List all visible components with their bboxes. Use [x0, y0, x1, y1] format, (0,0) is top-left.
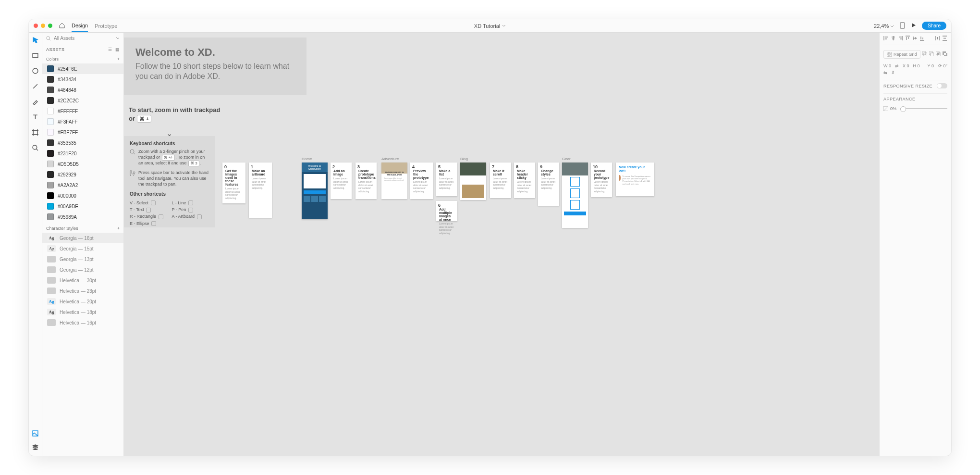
- layers-panel-icon[interactable]: [32, 443, 38, 452]
- flip-v-icon[interactable]: ⥯: [891, 70, 895, 75]
- artboard-label-adventure[interactable]: Adventure: [381, 157, 399, 161]
- artboard[interactable]: 0Get the images used in these featuresLo…: [222, 162, 245, 203]
- distribute-h-icon[interactable]: [935, 36, 940, 42]
- close-icon[interactable]: [34, 24, 38, 28]
- distribute-v-icon[interactable]: [942, 36, 947, 42]
- align-right-icon[interactable]: [898, 36, 903, 42]
- add-icon[interactable]: +: [117, 57, 120, 62]
- artboard[interactable]: 3Create prototype transitionsLorem ipsum…: [355, 162, 377, 199]
- char-style-row[interactable]: AgHelvetica — 18pt: [42, 307, 123, 317]
- canvas[interactable]: Welcome to XD. Follow the 10 short steps…: [124, 33, 879, 456]
- color-swatch-row[interactable]: #F3FAFF: [42, 116, 123, 127]
- color-swatch: [47, 97, 54, 104]
- color-swatch-row[interactable]: #254F6E: [42, 63, 123, 74]
- artboard-label-blog[interactable]: Blog: [460, 157, 468, 161]
- artboard-tool-icon[interactable]: [32, 129, 38, 138]
- color-swatch-row[interactable]: #A2A2A2: [42, 180, 123, 190]
- color-swatch-row[interactable]: #000000: [42, 190, 123, 201]
- char-style-row[interactable]: AgGeorgia — 16pt: [42, 233, 123, 243]
- color-swatch: [47, 87, 54, 93]
- color-swatch-row[interactable]: #292929: [42, 169, 123, 180]
- char-style-row[interactable]: AgHelvetica — 16pt: [42, 317, 123, 328]
- assets-panel-icon[interactable]: [32, 430, 38, 438]
- document-title[interactable]: XD Tutorial: [474, 23, 506, 29]
- char-style-row[interactable]: AgGeorgia — 13pt: [42, 254, 123, 264]
- align-vcenter-icon[interactable]: [912, 36, 918, 42]
- flip-h-icon[interactable]: ⇋: [883, 70, 887, 75]
- boolean-subtract-icon[interactable]: [929, 51, 934, 57]
- artboard[interactable]: 10Record your prototypeLorem ipsum dolor…: [591, 162, 612, 197]
- artboard[interactable]: 4Preview the prototypeLorem ipsum dolor …: [410, 162, 433, 199]
- pen-tool-icon[interactable]: [32, 98, 38, 107]
- search-placeholder: All Assets: [54, 36, 74, 41]
- add-icon[interactable]: +: [117, 226, 120, 231]
- artboard[interactable]: 1Make an artboardLorem ipsum dolor sit a…: [249, 162, 272, 218]
- align-hcenter-icon[interactable]: [891, 36, 896, 42]
- svg-point-6: [47, 36, 50, 39]
- assets-panel: All Assets ASSETS ☰ ▦ Colors + #254F6E#3…: [42, 33, 124, 456]
- text-tool-icon[interactable]: [32, 113, 38, 122]
- zoom-level[interactable]: 22,4%: [874, 23, 894, 29]
- repeat-grid-button[interactable]: Repeat Grid: [883, 50, 920, 59]
- artboard[interactable]: 7Make it scrollLorem ipsum dolor sit ame…: [490, 162, 511, 198]
- char-style-row[interactable]: AgHelvetica — 20pt: [42, 296, 123, 307]
- play-icon[interactable]: [911, 23, 916, 29]
- minimize-icon[interactable]: [41, 24, 45, 28]
- share-button[interactable]: Share: [922, 22, 946, 30]
- color-swatch-row[interactable]: #484848: [42, 85, 123, 95]
- list-view-icon[interactable]: ☰: [108, 47, 112, 52]
- artboard[interactable]: 2Add an imageLorem ipsum dolor sit amet …: [331, 162, 352, 199]
- device-preview-icon[interactable]: [900, 22, 905, 30]
- color-swatch-row[interactable]: #353535: [42, 138, 123, 148]
- color-swatch-row[interactable]: #FFFFFF: [42, 106, 123, 116]
- tab-design[interactable]: Design: [72, 20, 88, 32]
- boolean-intersect-icon[interactable]: [936, 51, 941, 57]
- artboard[interactable]: 5Make a listLorem ipsum dolor sit amet c…: [436, 162, 457, 196]
- artboard[interactable]: Welcome to Campvibes!: [302, 162, 328, 219]
- tab-prototype[interactable]: Prototype: [95, 20, 117, 32]
- assets-search[interactable]: All Assets: [42, 33, 123, 44]
- color-swatch-row[interactable]: #343434: [42, 74, 123, 85]
- char-style-row[interactable]: AgHelvetica — 30pt: [42, 275, 123, 286]
- maximize-icon[interactable]: [48, 24, 52, 28]
- rectangle-tool-icon[interactable]: [32, 52, 38, 61]
- home-icon[interactable]: [59, 23, 65, 29]
- color-swatch-row[interactable]: #FBF7FF: [42, 127, 123, 138]
- responsive-toggle[interactable]: [937, 83, 947, 88]
- color-swatch: [47, 118, 54, 125]
- opacity-slider[interactable]: [900, 108, 947, 109]
- artboard-label-home[interactable]: Home: [302, 157, 312, 161]
- boolean-exclude-icon[interactable]: [943, 51, 947, 57]
- color-swatch-row[interactable]: #95989A: [42, 212, 123, 222]
- color-swatch-row[interactable]: #2C2C2C: [42, 95, 123, 106]
- char-style-thumb: Ag: [47, 277, 56, 284]
- color-swatch-row[interactable]: #D5D5D5: [42, 159, 123, 169]
- char-style-label: Helvetica — 20pt: [60, 299, 96, 304]
- window-controls[interactable]: [34, 24, 52, 28]
- color-swatch-row[interactable]: #231F20: [42, 148, 123, 159]
- char-style-row[interactable]: AgGeorgia — 12pt: [42, 264, 123, 275]
- tool-rail: [29, 33, 42, 456]
- align-top-icon[interactable]: [905, 36, 910, 42]
- artboard-label-gear[interactable]: Gear: [562, 157, 571, 161]
- artboard[interactable]: Now create your ownTo create this Campvi…: [616, 162, 654, 196]
- color-label: #254F6E: [58, 66, 77, 72]
- artboard[interactable]: 9Change stylesLorem ipsum dolor sit amet…: [538, 162, 559, 206]
- char-style-row[interactable]: AgGeorgia — 15pt: [42, 243, 123, 254]
- artboard[interactable]: [460, 162, 486, 200]
- artboard[interactable]: 8Make header stickyLorem ipsum dolor sit…: [514, 162, 535, 198]
- line-tool-icon[interactable]: [32, 83, 38, 91]
- artboard[interactable]: [562, 162, 588, 228]
- ellipse-tool-icon[interactable]: [32, 67, 38, 76]
- zoom-tool-icon[interactable]: [32, 144, 38, 153]
- artboard[interactable]: FINDING BEAUTY IN THE BADLANDSLorem ipsu…: [381, 162, 407, 199]
- color-swatch-row[interactable]: #00A9DE: [42, 201, 123, 212]
- grid-view-icon[interactable]: ▦: [115, 47, 120, 52]
- align-left-icon[interactable]: [883, 36, 889, 42]
- boolean-add-icon[interactable]: [922, 51, 927, 57]
- opacity-row[interactable]: 0%: [883, 106, 947, 111]
- artboard[interactable]: 6Add multiple images at onceLorem ipsum …: [436, 201, 457, 221]
- char-style-row[interactable]: AgHelvetica — 23pt: [42, 286, 123, 296]
- select-tool-icon[interactable]: [32, 37, 38, 45]
- align-bottom-icon[interactable]: [919, 36, 925, 42]
